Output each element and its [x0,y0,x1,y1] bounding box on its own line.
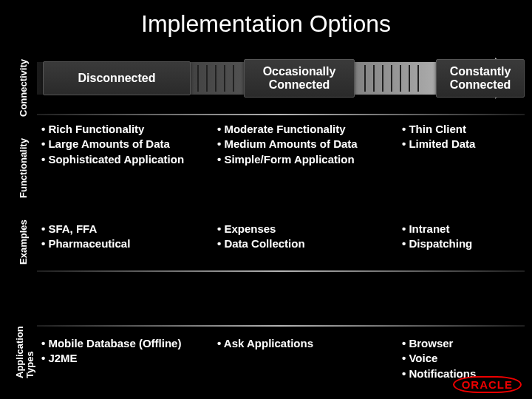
divider [37,325,525,327]
connectivity-occasionally: Occasionally Connected [244,59,355,98]
connectivity-constantly: Constantly Connected [436,59,525,98]
brand-logo: ORACLE [453,376,522,393]
row-label-functionality: Functionality [18,138,29,198]
functionality-col2: • Moderate Functionality • Medium Amount… [214,122,399,167]
page-title: Implementation Options [0,0,532,47]
connectivity-row: Disconnected Occasionally Connected Cons… [37,52,525,109]
examples-col1: • SFA, FFA • Pharmaceutical [37,222,214,252]
apptypes-col2: • Ask Applications [214,336,399,381]
examples-row: • SFA, FFA • Pharmaceutical • Expenses •… [37,222,525,252]
row-label-connectivity: Connectivity [18,59,29,117]
divider [37,114,525,115]
examples-col2: • Expenses • Data Collection [214,222,399,252]
functionality-row: • Rich Functionality • Large Amounts of … [37,122,525,167]
examples-col3: • Intranet • Dispatching [399,222,525,252]
row-label-apptypes: Application Types [15,326,36,378]
functionality-col1: • Rich Functionality • Large Amounts of … [37,122,214,167]
slide-content: Disconnected Occasionally Connected Cons… [37,52,525,109]
apptypes-col3: • Browser • Voice • Notifications [399,336,525,381]
brand-text: ORACLE [453,376,522,393]
row-label-examples: Examples [18,219,29,265]
functionality-col3: • Thin Client • Limited Data [399,122,525,167]
connectivity-disconnected: Disconnected [43,61,191,95]
divider [37,270,525,272]
apptypes-row: • Mobile Database (Offline) • J2ME • Ask… [37,336,525,381]
apptypes-col1: • Mobile Database (Offline) • J2ME [37,336,214,381]
